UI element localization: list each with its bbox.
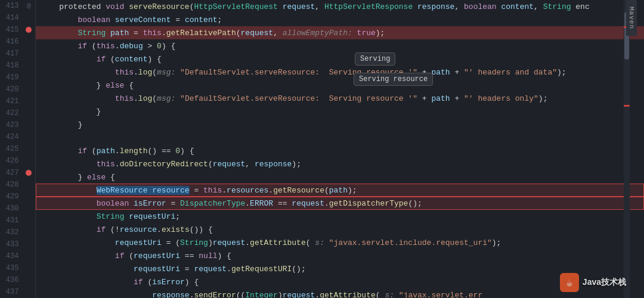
plain-token: (( (236, 291, 246, 299)
kw-token: this (97, 160, 115, 169)
str-token: "' headers only" (464, 94, 538, 103)
inline-hint-token: allowEmptyPath: (283, 29, 357, 38)
line-number: 433 (0, 240, 22, 249)
code-line: boolean serveContent = content; (36, 13, 644, 26)
plain-token: ( (152, 68, 157, 77)
line-number: 426 (0, 157, 22, 165)
plain-token: ( (152, 94, 157, 103)
code-line: this.log(msg: "DefaultServlet.serveResou… (36, 92, 644, 105)
gutter-row: 429 (0, 191, 35, 203)
line-number: 424 (0, 133, 22, 141)
plain-token (41, 55, 97, 64)
kw-token: if (134, 278, 143, 287)
line-number: 425 (0, 145, 22, 153)
plain-token: ( (376, 291, 385, 299)
code-line: WebResource resource = this.resources.ge… (36, 184, 644, 197)
gutter-row: 413@ (0, 0, 35, 12)
fn-token: getRequestURI (231, 265, 292, 274)
kw-token: if (115, 252, 125, 260)
editor-container: 413@414415416417418419420421422423424425… (0, 0, 644, 298)
line-number: 436 (0, 276, 22, 284)
line-number: 423 (0, 121, 22, 129)
plain-token: == (180, 252, 199, 260)
gutter-row: 414 (0, 12, 35, 24)
plain-token: = (166, 199, 180, 208)
plain-token: ( (106, 55, 115, 64)
plain-token (41, 199, 97, 208)
plain-token: (); (292, 265, 305, 274)
var-token: path (110, 29, 129, 38)
plain-token: ); (348, 186, 357, 195)
plain-token: (); (408, 199, 422, 208)
plain-token: . (134, 94, 138, 103)
plain-token (41, 68, 115, 77)
code-line: if (this.debug > 0) { (36, 39, 644, 52)
line-gutter: 413@414415416417418419420421422423424425… (0, 0, 36, 298)
code-line: String path = this.getRelativePath(reque… (36, 26, 644, 39)
code-line: if (path.length() == 0) { (36, 144, 644, 157)
scrollbar[interactable] (624, 0, 630, 298)
kw-token: this (115, 94, 134, 103)
code-line: this.doDirectoryRedirect(request, respon… (36, 157, 644, 170)
code-line: if (!resource.exists()) { (36, 223, 644, 236)
gutter-row: 432 (0, 226, 35, 238)
plain-token: ) { (185, 278, 199, 287)
plain-token (41, 160, 97, 169)
plain-token: . (190, 291, 194, 299)
line-number: 413 (0, 2, 22, 10)
var-token: isError (152, 278, 185, 287)
plain-token (413, 2, 417, 11)
code-area: protected void serveResource(HttpServlet… (36, 0, 644, 298)
line-marker (22, 170, 35, 176)
sel-token: WebResource resource (97, 186, 190, 195)
var-token: requestUri (115, 238, 162, 247)
line-number: 434 (0, 252, 22, 260)
plain-token (41, 15, 78, 24)
gutter-row: 431 (0, 215, 35, 226)
line-marker (22, 27, 35, 33)
plain-token: { (106, 173, 115, 182)
kw-token: boolean (464, 2, 497, 11)
gutter-row: 425 (0, 143, 35, 155)
str-token: "DefaultServlet.serveResource: Serving r… (180, 94, 417, 103)
code-line: } (36, 118, 644, 131)
maven-tab[interactable]: Maven (626, 0, 637, 36)
kw-token: this (143, 29, 162, 38)
plain-token: , (534, 2, 543, 11)
plain-token: } (41, 81, 106, 90)
plain-token: ); (557, 68, 566, 77)
gutter-row: 433 (0, 238, 35, 250)
fn-token: getAttribute (320, 291, 376, 299)
code-line: if (requestUri == null) { (36, 249, 644, 262)
plain-token: . (115, 42, 120, 51)
line-number: 432 (0, 228, 22, 237)
kw-token: null (199, 252, 217, 260)
watermark: ☕ Java技术栈 (560, 273, 626, 292)
plain-token (41, 212, 97, 221)
plain-token: = (171, 15, 184, 24)
kw-token: else (106, 81, 124, 90)
fn-token: sendError (194, 291, 236, 299)
fn-token: log (138, 68, 152, 77)
inline-hint-token: s: (315, 238, 329, 247)
gutter-row: 418 (0, 60, 35, 72)
kw-token: if (97, 225, 106, 234)
gutter-row: 417 (0, 48, 35, 60)
line-number: 420 (0, 85, 22, 94)
var-token: ERROR (250, 199, 273, 208)
plain-token (41, 225, 97, 234)
code-line: requestUri = request.getRequestURI(); (36, 262, 644, 275)
code-line (36, 131, 644, 144)
kw-token: this (203, 186, 222, 195)
plain-token: (! (106, 225, 119, 234)
gutter-row: 437 (0, 286, 35, 298)
line-number: 437 (0, 288, 22, 296)
plain-token (497, 2, 501, 11)
type-token: HttpServletRequest (194, 2, 277, 11)
gutter-row: 430 (0, 203, 35, 215)
num-token: 0 (175, 147, 180, 156)
gutter-row: 436 (0, 274, 35, 286)
code-line: response.sendError((Integer)request.getA… (36, 288, 644, 298)
plain-token (41, 29, 78, 38)
var-token: path (97, 147, 115, 156)
